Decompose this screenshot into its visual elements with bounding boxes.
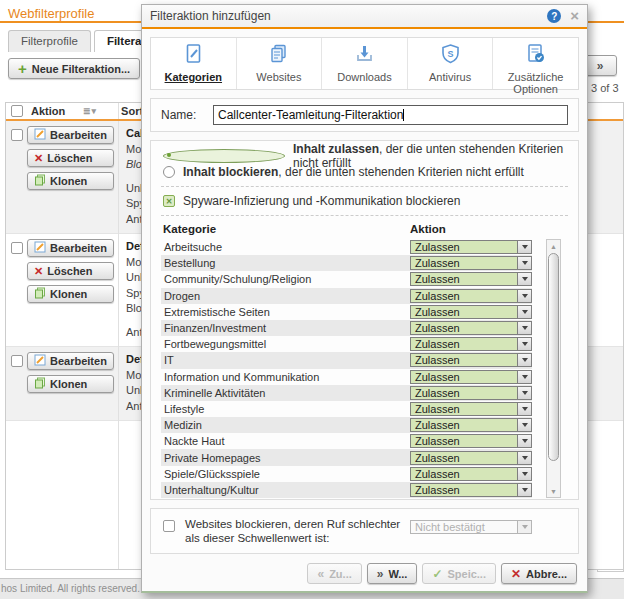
dropdown-arrow-icon[interactable] — [517, 322, 531, 334]
bearbeiten-button[interactable]: Bearbeiten — [27, 352, 114, 370]
row-checkbox[interactable] — [11, 242, 23, 254]
tab-filterprofile[interactable]: Filterprofile — [8, 30, 91, 52]
löschen-button[interactable]: ✕Löschen — [27, 262, 114, 280]
pager-next-button[interactable]: » — [583, 55, 617, 76]
select-value: Zulassen — [411, 435, 517, 447]
tab-zusaetzliche-optionen[interactable]: Zusätzliche Optionen — [493, 38, 578, 89]
tab-kategorien[interactable]: Kategorien — [151, 38, 237, 89]
row-checkbox[interactable] — [11, 129, 23, 141]
tab-antivirus[interactable]: S Antivirus — [408, 38, 494, 89]
category-row: Community/Schulung/ReligionZulassen — [161, 271, 532, 287]
category-action-select[interactable]: Zulassen — [410, 370, 532, 384]
category-action-select[interactable]: Zulassen — [410, 305, 532, 319]
category-action-select[interactable]: Zulassen — [410, 353, 532, 367]
dropdown-arrow-icon[interactable] — [517, 354, 531, 366]
close-icon[interactable]: × — [570, 9, 579, 23]
category-action-select[interactable]: Zulassen — [410, 418, 532, 432]
scrollbar-thumb[interactable] — [548, 253, 559, 461]
svg-text:S: S — [447, 49, 453, 59]
cancel-button[interactable]: ✕ Abbre... — [501, 563, 577, 584]
block-content-radio-row[interactable]: Inhalt blockieren, der die unten stehend… — [161, 164, 568, 180]
spyware-label: Spyware-Infizierung und -Kommunikation b… — [183, 194, 460, 208]
dropdown-arrow-icon[interactable] — [517, 403, 531, 415]
dropdown-arrow-icon[interactable] — [517, 484, 531, 496]
select-value: Zulassen — [411, 468, 517, 480]
dropdown-arrow-icon[interactable] — [517, 419, 531, 431]
category-action-select[interactable]: Zulassen — [410, 289, 532, 303]
category-label: Kriminelle Aktivitäten — [164, 387, 410, 399]
row-checkbox[interactable] — [11, 355, 23, 367]
scroll-up-icon[interactable]: ▲ — [547, 240, 560, 252]
reputation-select[interactable]: Nicht bestätigt — [410, 520, 532, 534]
help-icon[interactable]: ? — [547, 9, 561, 23]
dropdown-arrow-icon[interactable] — [517, 241, 531, 253]
dropdown-arrow-icon[interactable] — [517, 257, 531, 269]
downloads-icon — [354, 43, 375, 68]
category-label: Drogen — [164, 290, 410, 302]
category-row: LifestyleZulassen — [161, 401, 532, 417]
dropdown-arrow-icon[interactable] — [517, 452, 531, 464]
select-value: Zulassen — [411, 354, 517, 366]
bearbeiten-button[interactable]: Bearbeiten — [27, 126, 114, 144]
reputation-checkbox[interactable] — [163, 520, 175, 532]
dropdown-arrow-icon[interactable] — [517, 273, 531, 285]
category-row: Extremistische SeitenZulassen — [161, 304, 532, 320]
category-action-select[interactable]: Zulassen — [410, 256, 532, 270]
löschen-button[interactable]: ✕Löschen — [27, 149, 114, 167]
dropdown-arrow-icon[interactable] — [517, 290, 531, 302]
category-action-select[interactable]: Zulassen — [410, 386, 532, 400]
category-label: Extremistische Seiten — [164, 306, 410, 318]
select-all-checkbox[interactable] — [11, 105, 23, 117]
category-row: Information und KommunikationZulassen — [161, 369, 532, 385]
radio-selected-icon[interactable] — [163, 149, 285, 163]
category-action-select[interactable]: Zulassen — [410, 402, 532, 416]
checked-checkbox-icon[interactable]: ✕ — [163, 195, 175, 207]
radio-unselected-icon[interactable] — [163, 166, 175, 178]
row-actions-cell: BearbeitenKlonen — [6, 347, 118, 420]
dropdown-arrow-icon[interactable] — [517, 306, 531, 318]
dropdown-arrow-icon[interactable] — [517, 468, 531, 480]
select-value: Zulassen — [411, 371, 517, 383]
row-actions-cell: Bearbeiten✕LöschenKlonen — [6, 121, 118, 233]
dropdown-arrow-icon[interactable] — [517, 435, 531, 447]
tab-websites[interactable]: Websites — [237, 38, 323, 89]
column-menu-icon[interactable]: ≣▾ — [83, 106, 97, 116]
category-label: Finanzen/Investment — [164, 322, 410, 334]
dropdown-arrow-icon[interactable] — [517, 371, 531, 383]
category-action-select[interactable]: Zulassen — [410, 321, 532, 335]
allow-content-radio-row[interactable]: Inhalt zulassen, der die unten stehenden… — [161, 148, 568, 164]
select-value: Zulassen — [411, 452, 517, 464]
scroll-down-icon[interactable]: ▼ — [547, 485, 560, 497]
next-label: W... — [388, 568, 407, 580]
new-filteraction-button[interactable]: + Neue Filteraktion... — [8, 58, 140, 79]
back-label: Zu... — [329, 568, 352, 580]
category-action-select[interactable]: Zulassen — [410, 467, 532, 481]
category-row: ArbeitsucheZulassen — [161, 239, 532, 255]
page-title: Webfilterprofile — [8, 6, 94, 21]
category-action-select[interactable]: Zulassen — [410, 272, 532, 286]
back-button[interactable]: « Zu... — [307, 563, 361, 584]
vertical-scrollbar[interactable]: ▲ ▼ — [546, 239, 561, 498]
klonen-button[interactable]: Klonen — [27, 285, 114, 303]
antivirus-icon: S — [440, 43, 461, 68]
klonen-button[interactable]: Klonen — [27, 172, 114, 190]
category-action-select[interactable]: Zulassen — [410, 337, 532, 351]
next-button[interactable]: » W... — [367, 563, 418, 584]
dropdown-arrow-icon[interactable] — [517, 338, 531, 350]
spyware-checkbox-row[interactable]: ✕ Spyware-Infizierung und -Kommunikation… — [161, 193, 568, 209]
category-action-select[interactable]: Zulassen — [410, 434, 532, 448]
add-filter-action-dialog: Filteraktion hinzufügen ? × Kategorien W… — [141, 4, 588, 593]
bearbeiten-button[interactable]: Bearbeiten — [27, 239, 114, 257]
row-buttons: Bearbeiten✕LöschenKlonen — [27, 126, 114, 190]
button-label: Bearbeiten — [50, 355, 107, 367]
clone-icon — [34, 377, 46, 391]
dropdown-arrow-icon[interactable] — [517, 387, 531, 399]
name-input[interactable]: Callcenter-Teamleitung-Filteraktion — [213, 105, 568, 125]
category-action-select[interactable]: Zulassen — [410, 240, 532, 254]
category-action-select[interactable]: Zulassen — [410, 483, 532, 497]
klonen-button[interactable]: Klonen — [27, 375, 114, 393]
category-action-select[interactable]: Zulassen — [410, 451, 532, 465]
button-label: Klonen — [50, 175, 87, 187]
tab-downloads[interactable]: Downloads — [322, 38, 408, 89]
save-button[interactable]: ✓ Speic... — [422, 563, 496, 584]
